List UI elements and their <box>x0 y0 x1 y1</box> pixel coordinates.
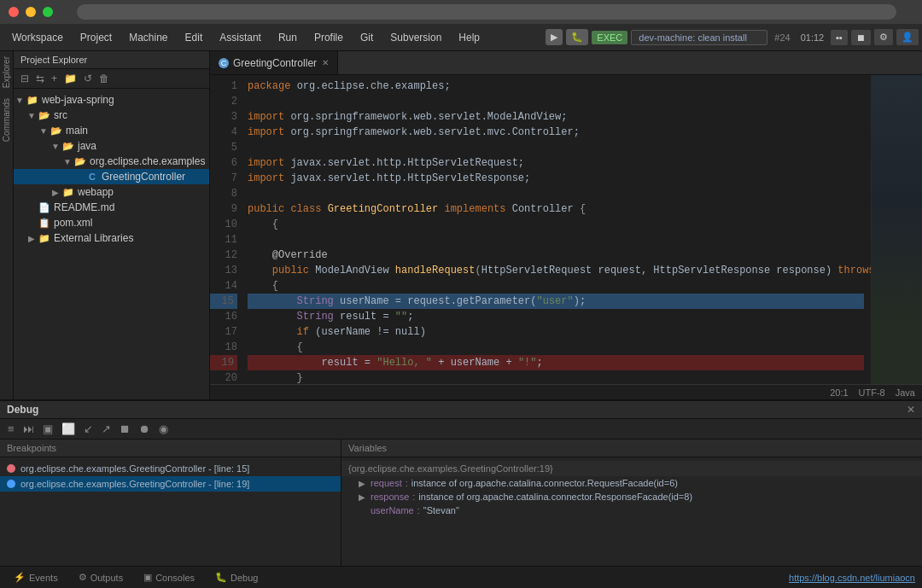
delete-button[interactable]: 🗑 <box>97 71 111 86</box>
breakpoint-dot-1 <box>7 464 15 473</box>
var-item-response[interactable]: ▶ response : instance of org.apache.cata… <box>341 490 922 504</box>
debug-step-out[interactable]: ↗ <box>99 422 114 436</box>
debug-suspend[interactable]: ▣ <box>40 422 55 436</box>
title-bar <box>0 0 922 24</box>
link-editor-button[interactable]: ⇆ <box>34 71 46 86</box>
code-line-4: import org.springframework.web.servlet.m… <box>248 125 864 140</box>
tree-item-root[interactable]: ▼ 📁 web-java-spring <box>14 92 209 108</box>
tree-item-ext-libs[interactable]: ▶ 📁 External Libraries <box>14 230 209 246</box>
consoles-icon: ▣ <box>143 572 152 583</box>
var-colon-3: : <box>417 505 420 515</box>
menu-item-workspace[interactable]: Workspace <box>3 28 72 47</box>
line-numbers: 1 2 3 4 5 6 7 8 9 10 11 12 13 14 15 16 1… <box>210 75 241 384</box>
tab-greeting-controller[interactable]: C GreetingController ✕ <box>210 51 338 74</box>
menu-item-project[interactable]: Project <box>72 28 120 47</box>
debug-resume[interactable]: ⏭ <box>20 422 37 436</box>
code-line-18: { <box>248 340 864 355</box>
debug-disconnect[interactable]: ⏹ <box>117 422 133 436</box>
bottom-tab-outputs[interactable]: ⚙ Outputs <box>72 569 131 585</box>
maximize-icon[interactable] <box>43 7 53 17</box>
editor-content[interactable]: 1 2 3 4 5 6 7 8 9 10 11 12 13 14 15 16 1… <box>210 75 922 384</box>
debug-icon: 🐛 <box>215 572 227 583</box>
debug-panel: Debug ✕ ≡ ⏭ ▣ ⬜ ↙ ↗ ⏹ ⏺ ◉ Breakpoints or… <box>0 399 922 566</box>
refresh-button[interactable]: ↺ <box>82 71 94 86</box>
tree-label-java: java <box>78 140 96 152</box>
menu-left: Workspace Project Machine Edit Assistant… <box>3 28 546 47</box>
settings-button[interactable]: ⚙ <box>874 29 893 45</box>
var-item-request[interactable]: ▶ request : instance of org.apache.catal… <box>341 476 922 490</box>
close-icon[interactable] <box>9 7 19 17</box>
bottom-bar: ⚡ Events ⚙ Outputs ▣ Consoles 🐛 Debug ht… <box>0 566 922 588</box>
profile-icon-button[interactable]: 👤 <box>896 29 919 45</box>
debug-record[interactable]: ⏺ <box>137 422 153 436</box>
code-line-12: @Override <box>248 247 864 263</box>
outputs-label: Outputs <box>90 573 124 583</box>
menu-bar: Workspace Project Machine Edit Assistant… <box>0 24 922 51</box>
menu-item-help[interactable]: Help <box>450 28 488 47</box>
breakpoint-2[interactable]: org.eclipse.che.examples.GreetingControl… <box>0 476 341 492</box>
url-bar[interactable] <box>77 4 896 20</box>
code-line-19: result = "Hello, " + userName + "!"; <box>248 355 864 370</box>
debug-watch[interactable]: ◉ <box>156 422 171 436</box>
var-value-request: instance of org.apache.catalina.connecto… <box>411 478 678 488</box>
debug-step-over[interactable]: ≡ <box>5 422 17 436</box>
menu-item-subversion[interactable]: Subversion <box>382 28 450 47</box>
tree-item-webapp[interactable]: ▶ 📁 webapp <box>14 184 209 200</box>
outputs-icon: ⚙ <box>79 572 87 583</box>
minimap-content <box>872 75 922 384</box>
run-time: 01:12 <box>797 32 828 43</box>
var-name-request: request <box>371 478 402 488</box>
variables-list: {org.eclipse.che.examples.GreetingContro… <box>341 457 922 566</box>
tree-label-pom: pom.xml <box>54 217 92 229</box>
code-line-5 <box>248 140 864 155</box>
side-labels: Explorer Commands <box>0 51 14 399</box>
minimize-icon[interactable] <box>26 7 36 17</box>
new-folder-button[interactable]: 📁 <box>62 71 79 86</box>
code-editor[interactable]: package org.eclipse.che.examples; import… <box>241 75 871 384</box>
tree-item-main[interactable]: ▼ 📂 main <box>14 123 209 138</box>
run-bug-button[interactable]: 🐛 <box>566 29 588 45</box>
run-command-display: dev-machine: clean install <box>631 30 767 45</box>
code-line-15: String userName = request.getParameter("… <box>248 294 864 309</box>
editor-tabs: C GreetingController ✕ <box>210 51 922 75</box>
code-line-7: import javax.servlet.http.HttpServletRes… <box>248 171 864 186</box>
tree-item-readme[interactable]: 📄 README.md <box>14 200 209 215</box>
tree-label-controller: GreetingController <box>102 171 185 183</box>
menu-item-profile[interactable]: Profile <box>306 28 352 47</box>
menu-item-assistant[interactable]: Assistant <box>211 28 270 47</box>
events-icon: ⚡ <box>14 572 26 583</box>
tree-item-pom[interactable]: 📋 pom.xml <box>14 215 209 230</box>
var-value-response: instance of org.apache.catalina.connecto… <box>418 492 692 502</box>
run-config-button[interactable]: ▪▪ <box>831 30 848 45</box>
tree-label-extlibs: External Libraries <box>54 232 133 244</box>
bottom-url[interactable]: https://blog.csdn.net/liumiaocn <box>789 573 915 583</box>
debug-close-button[interactable]: ✕ <box>907 404 915 416</box>
bottom-tab-events[interactable]: ⚡ Events <box>7 569 65 585</box>
breakpoints-header: Breakpoints <box>0 440 341 457</box>
run-play-button[interactable]: ▶ <box>546 29 563 45</box>
exec-label: EXEC <box>592 31 627 44</box>
menu-item-machine[interactable]: Machine <box>120 28 176 47</box>
var-colon-1: : <box>406 478 408 488</box>
tab-close-button[interactable]: ✕ <box>322 58 329 67</box>
tree-item-java[interactable]: ▼ 📂 java <box>14 138 209 154</box>
debug-toolbar: ≡ ⏭ ▣ ⬜ ↙ ↗ ⏹ ⏺ ◉ <box>0 419 922 440</box>
var-item-username[interactable]: ▶ userName : "Stevan" <box>341 504 922 517</box>
code-line-16: String result = ""; <box>248 309 864 324</box>
tree-item-greeting-controller[interactable]: C GreetingController <box>14 169 209 184</box>
new-file-button[interactable]: + <box>50 71 59 86</box>
tree-item-src[interactable]: ▼ 📂 src <box>14 108 209 123</box>
menu-item-run[interactable]: Run <box>270 28 306 47</box>
tree-item-package[interactable]: ▼ 📂 org.eclipse.che.examples <box>14 154 209 169</box>
variables-scope: {org.eclipse.che.examples.GreetingContro… <box>341 461 922 476</box>
bottom-tab-debug[interactable]: 🐛 Debug <box>208 569 265 585</box>
collapse-all-button[interactable]: ⊟ <box>19 71 31 86</box>
stop-button[interactable]: ⏹ <box>851 30 871 45</box>
debug-stop[interactable]: ⬜ <box>59 422 78 436</box>
debug-step-into[interactable]: ↙ <box>81 422 96 436</box>
menu-item-edit[interactable]: Edit <box>177 28 212 47</box>
breakpoint-1[interactable]: org.eclipse.che.examples.GreetingControl… <box>0 461 341 476</box>
bottom-tab-consoles[interactable]: ▣ Consoles <box>137 569 201 585</box>
menu-item-git[interactable]: Git <box>352 28 382 47</box>
code-line-3: import org.springframework.web.servlet.M… <box>248 109 864 125</box>
